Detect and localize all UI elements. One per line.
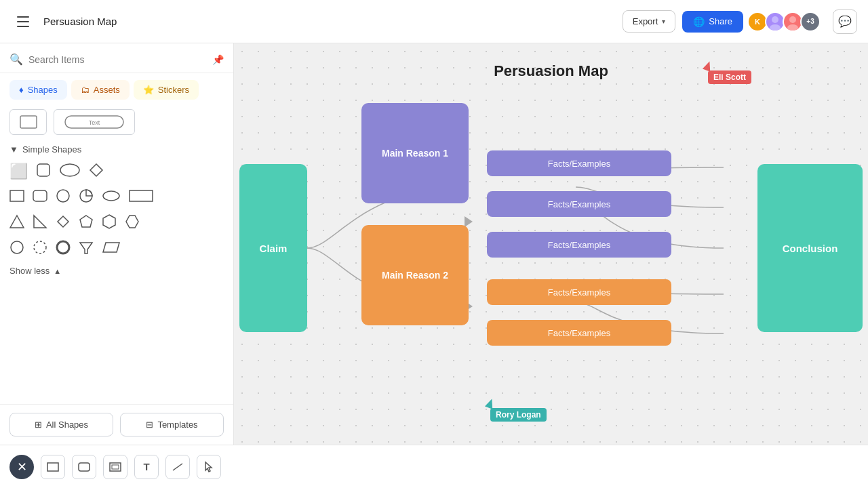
pointer-tool[interactable]: [197, 455, 221, 479]
svg-marker-25: [103, 243, 119, 252]
pie-icon[interactable]: [79, 188, 94, 206]
svg-marker-21: [126, 216, 138, 228]
right-triangle-icon[interactable]: [33, 214, 47, 232]
oval-icon[interactable]: [59, 163, 81, 180]
triangle-icon[interactable]: [9, 214, 24, 232]
shape-card[interactable]: [9, 109, 47, 135]
wide-rect-icon[interactable]: [129, 190, 153, 205]
parallelogram-icon[interactable]: [102, 241, 121, 256]
claim-box[interactable]: Claim: [239, 164, 307, 332]
close-button[interactable]: ✕: [9, 455, 34, 479]
frame-tool[interactable]: [103, 455, 127, 479]
shape-card-row: Text: [9, 109, 224, 135]
export-label: Export: [633, 16, 658, 26]
templates-button[interactable]: ⊟ Templates: [120, 413, 224, 436]
dashed-circle-icon[interactable]: [33, 240, 47, 258]
diagram-title: Persuasion Map: [494, 62, 608, 80]
facts-box-2[interactable]: Facts/Examples: [487, 191, 671, 217]
tab-stickers[interactable]: ⭐ Stickers: [134, 80, 199, 100]
shapes-panel: Text ▼ Simple Shapes ⬜: [0, 100, 233, 404]
thin-hexagon-icon[interactable]: [125, 214, 140, 232]
svg-rect-27: [79, 463, 90, 471]
shapes-row-3: [9, 214, 224, 232]
line-tool[interactable]: [165, 455, 190, 479]
facts-label-1: Facts/Examples: [548, 159, 610, 169]
facts-label-5: Facts/Examples: [548, 328, 610, 338]
shape-card-wide[interactable]: Text: [54, 109, 135, 135]
reason1-box[interactable]: Main Reason 1: [361, 103, 469, 203]
canvas-area[interactable]: Persuasion Map Claim Main Reason 1 Main …: [234, 43, 868, 445]
all-shapes-button[interactable]: ⊞ All Shapes: [9, 413, 113, 436]
pin-icon[interactable]: 📌: [212, 54, 224, 65]
svg-point-23: [34, 241, 46, 253]
ellipse-icon[interactable]: [102, 190, 121, 205]
assets-icon: 🗂: [81, 85, 90, 95]
svg-point-0: [772, 16, 778, 23]
facts-box-3[interactable]: Facts/Examples: [487, 232, 671, 258]
star-icon: ⭐: [143, 85, 154, 95]
thick-circle-icon[interactable]: [56, 240, 71, 258]
template-icon: ⊟: [146, 420, 153, 430]
svg-point-3: [787, 24, 798, 30]
svg-marker-9: [90, 164, 102, 176]
svg-rect-4: [20, 116, 37, 128]
rounded-rect-tool[interactable]: [72, 455, 96, 479]
comment-icon: 💬: [838, 15, 852, 28]
simple-shapes-label[interactable]: ▼ Simple Shapes: [9, 144, 224, 155]
search-input[interactable]: [28, 54, 207, 65]
square-icon[interactable]: ⬜: [9, 164, 28, 179]
reason1-label: Main Reason 1: [382, 148, 448, 159]
facts-box-1[interactable]: Facts/Examples: [487, 150, 671, 176]
pentagon-icon[interactable]: [79, 214, 94, 232]
menu-button[interactable]: [11, 9, 35, 34]
svg-marker-16: [10, 216, 24, 228]
rounded-rect-icon[interactable]: [33, 190, 47, 205]
conclusion-label: Conclusion: [783, 243, 838, 254]
svg-rect-11: [33, 190, 47, 201]
shapes-row-2: [9, 188, 224, 206]
hexagon-icon[interactable]: [102, 214, 117, 232]
rectangle-tool[interactable]: [41, 455, 65, 479]
conclusion-box[interactable]: Conclusion: [757, 164, 863, 332]
rounded-circle-icon[interactable]: [9, 240, 24, 258]
avatar-count[interactable]: +3: [800, 12, 821, 32]
collaborator-avatars: K +3: [750, 12, 821, 32]
svg-text:Text: Text: [89, 119, 100, 126]
search-bar: 🔍 📌: [0, 43, 233, 73]
rounded-square-icon[interactable]: [36, 163, 51, 180]
facts-box-4[interactable]: Facts/Examples: [487, 279, 671, 305]
bottom-toolbar: ✕ T: [0, 445, 868, 488]
diamond-shape-icon[interactable]: [89, 163, 104, 180]
svg-point-2: [789, 16, 796, 23]
share-button[interactable]: 🌐 Share: [682, 11, 743, 33]
tab-shapes[interactable]: ♦ Shapes: [9, 80, 67, 100]
facts-label-2: Facts/Examples: [548, 199, 610, 209]
collapse-arrow-icon: ▼: [9, 144, 18, 155]
export-button[interactable]: Export ▾: [623, 10, 676, 33]
svg-point-24: [57, 241, 69, 253]
svg-point-14: [103, 191, 119, 201]
facts-box-5[interactable]: Facts/Examples: [487, 320, 671, 346]
funnel-icon[interactable]: [79, 240, 94, 258]
document-title: Persuasion Map: [43, 16, 623, 27]
reason2-label: Main Reason 2: [382, 270, 448, 281]
svg-point-1: [770, 24, 781, 30]
facts-label-3: Facts/Examples: [548, 240, 610, 250]
text-tool[interactable]: T: [134, 455, 159, 479]
comment-button[interactable]: 💬: [833, 9, 857, 34]
rect-icon[interactable]: [9, 190, 24, 205]
share-label: Share: [709, 16, 732, 26]
shapes-row-1: ⬜: [9, 163, 224, 180]
tab-assets[interactable]: 🗂 Assets: [71, 80, 130, 100]
chevron-down-icon: ▾: [662, 18, 665, 25]
circle-icon[interactable]: [56, 188, 71, 206]
hamburger-icon: [17, 16, 29, 27]
search-icon: 🔍: [9, 53, 23, 66]
chevron-up-icon: ▲: [54, 267, 61, 275]
svg-marker-17: [34, 216, 46, 228]
reason2-box[interactable]: Main Reason 2: [361, 225, 469, 325]
svg-point-12: [57, 190, 69, 202]
show-less-button[interactable]: Show less ▲: [9, 266, 224, 276]
globe-icon: 🌐: [693, 16, 705, 27]
small-diamond-icon[interactable]: [56, 214, 71, 232]
